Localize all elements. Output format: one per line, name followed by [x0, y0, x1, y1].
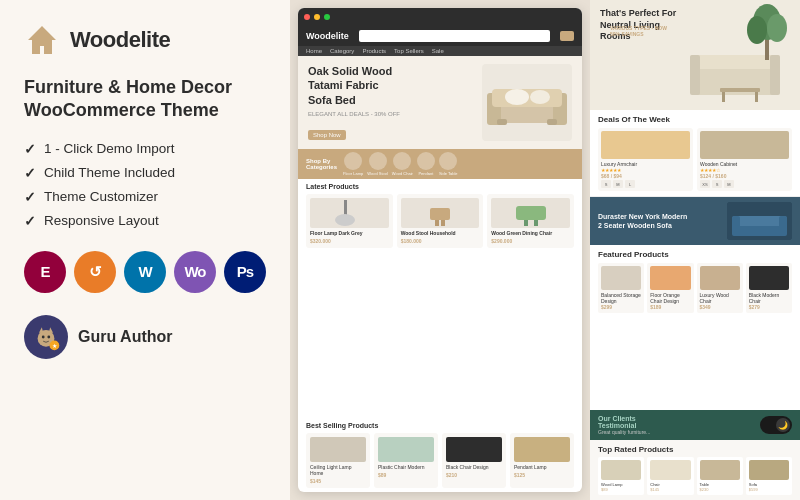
check-icon-3: ✓ [24, 189, 36, 205]
sofa-promo-section: Duraster New York Modern2 Seater Wooden … [590, 197, 800, 245]
sofa-promo-title: Duraster New York Modern2 Seater Wooden … [598, 212, 721, 230]
product-img-3 [491, 198, 570, 228]
floor-lamp-icon [344, 152, 362, 170]
bestselling-title: Best Selling Products [306, 422, 574, 429]
hero-title: Oak Solid WoodTatami FabricSofa Bed [308, 64, 476, 107]
deal-sizes-1: S M L [601, 180, 690, 188]
category-wood-chair-label: Wood Chair [392, 171, 413, 176]
category-wood-chair: Wood Chair [392, 152, 413, 176]
size-s2[interactable]: S [712, 180, 722, 188]
latest-products-section: Latest Products Floor Lamp Dark Grey $32… [298, 179, 582, 418]
toggle-knob: 🌙 [776, 418, 790, 432]
room-promo-image: That's Perfect ForNeutral LivingRooms VA… [590, 0, 800, 110]
svg-marker-2 [39, 327, 43, 333]
svg-point-5 [47, 335, 50, 338]
bs-price-4: $125 [514, 472, 570, 478]
wood-stool-icon [369, 152, 387, 170]
size-xs[interactable]: XS [700, 180, 710, 188]
store-logo: Woodelite [306, 31, 349, 41]
feature-label-1: 1 - Click Demo Import [44, 141, 175, 156]
svg-rect-33 [720, 88, 760, 92]
top-rated-card-1: Wood Lamp $89 [598, 457, 644, 495]
category-pendant: Pendant [417, 152, 435, 176]
featured-title: Featured Products [598, 250, 792, 259]
svg-rect-34 [722, 92, 725, 102]
pendant-icon [417, 152, 435, 170]
featured-price-2: $189 [650, 304, 690, 310]
side-table-icon [439, 152, 457, 170]
elementor-icon: E [24, 251, 66, 293]
featured-name-3: Luxury Wood Chair [700, 292, 740, 304]
featured-grid: Balanced Storage Design $299 Floor Orang… [598, 263, 792, 313]
size-l[interactable]: L [625, 180, 635, 188]
svg-rect-19 [435, 220, 439, 226]
categories-strip: Shop ByCategories Floor Lamp Wood Stool … [298, 149, 582, 179]
tagline: Furniture & Home Decor WooCommerce Theme [24, 76, 266, 123]
top-rated-price-2: $145 [650, 487, 690, 492]
deals-grid: Luxury Armchair ★★★★★ $68 / $94 S M L Wo… [598, 128, 792, 191]
featured-section: Featured Products Balanced Storage Desig… [590, 245, 800, 410]
featured-price-4: $279 [749, 304, 789, 310]
size-m2[interactable]: M [724, 180, 734, 188]
deal-card-2: Wooden Cabinet ★★★★☆ $124 / $160 XS S M [697, 128, 792, 191]
minimize-dot [314, 14, 320, 20]
deals-title: Deals Of The Week [598, 115, 792, 124]
product-card-3: Wood Green Dining Chair $290.000 [487, 194, 574, 248]
top-rated-grid: Wood Lamp $89 Chair $145 Table $230 Sofa… [598, 457, 792, 495]
svg-point-17 [335, 214, 355, 226]
house-icon [24, 22, 60, 58]
product-price-2: $180.000 [401, 238, 480, 244]
svg-point-15 [530, 90, 550, 104]
featured-img-1 [601, 266, 641, 290]
svg-point-14 [505, 89, 529, 105]
category-side-table: Side Table [439, 152, 458, 176]
author-label: Guru Author [78, 328, 173, 346]
dark-mode-toggle[interactable]: 🌙 [760, 416, 792, 434]
room-text-overlay: That's Perfect ForNeutral LivingRooms VA… [600, 8, 676, 43]
svg-rect-22 [524, 220, 528, 226]
featured-img-2 [650, 266, 690, 290]
svg-rect-20 [441, 220, 445, 226]
deal-img-1 [601, 131, 690, 159]
testimonial-text-area: Our ClientsTestimonial Great quality fur… [598, 415, 754, 435]
cart-area [560, 31, 574, 41]
store-nav: Home Category Products Top Sellers Sale [298, 46, 582, 56]
featured-name-1: Balanced Storage Design [601, 292, 641, 304]
bs-img-1 [310, 437, 366, 462]
bs-name-2: Plastic Chair Modern [378, 464, 434, 470]
bs-card-4: Pendant Lamp $125 [510, 433, 574, 488]
feature-label-4: Responsive Layout [44, 213, 159, 228]
top-rated-img-3 [700, 460, 740, 480]
product-img-1 [310, 198, 389, 228]
feature-4: ✓ Responsive Layout [24, 213, 266, 229]
size-s[interactable]: S [601, 180, 611, 188]
bs-card-3: Black Chair Design $210 [442, 433, 506, 488]
bs-name-3: Black Chair Design [446, 464, 502, 470]
shop-by-categories-label: Shop ByCategories [306, 158, 337, 170]
product-card-1: Floor Lamp Dark Grey $320.000 [306, 194, 393, 248]
logo-text: Woodelite [70, 27, 170, 53]
bestselling-section: Best Selling Products Ceiling Light Lamp… [298, 418, 582, 492]
top-rated-img-2 [650, 460, 690, 480]
product-name-1: Floor Lamp Dark Grey [310, 230, 389, 236]
store-search-bar [359, 30, 550, 42]
shop-now-button[interactable]: Shop Now [308, 130, 346, 140]
size-m[interactable]: M [613, 180, 623, 188]
deal-sizes-2: XS S M [700, 180, 789, 188]
testimonial-label: Our ClientsTestimonial [598, 415, 754, 429]
latest-products-title: Latest Products [306, 183, 574, 190]
top-rated-img-4 [749, 460, 789, 480]
svg-rect-12 [497, 119, 507, 125]
hero-section: Oak Solid WoodTatami FabricSofa Bed ELEG… [298, 56, 582, 149]
top-rated-price-4: $599 [749, 487, 789, 492]
featured-img-3 [700, 266, 740, 290]
hero-text: Oak Solid WoodTatami FabricSofa Bed ELEG… [308, 64, 476, 141]
featured-price-1: $299 [601, 304, 641, 310]
product-card-2: Wood Stool Household $180.000 [397, 194, 484, 248]
check-icon-1: ✓ [24, 141, 36, 157]
product-price-1: $320.000 [310, 238, 389, 244]
wordpress-icon: W [124, 251, 166, 293]
svg-rect-39 [732, 216, 740, 236]
bestselling-grid: Ceiling Light Lamp Home $145 Plastic Cha… [306, 433, 574, 488]
tech-icons-row: E ↺ W Wo Ps [24, 251, 266, 293]
